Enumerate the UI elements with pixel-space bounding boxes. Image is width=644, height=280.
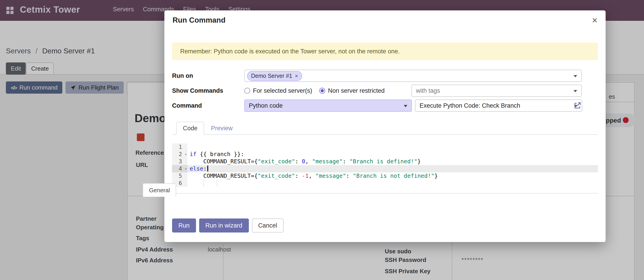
editor-line-4[interactable]: 4▾else: (172, 165, 598, 172)
command-label: Command (172, 102, 244, 109)
modal-title: Run Command (172, 16, 226, 25)
tab-preview[interactable]: Preview (204, 122, 240, 135)
screen: Cetmix Tower Servers Commands Files Tool… (0, 0, 644, 280)
run-on-select[interactable]: Demo Server #1 × (244, 70, 582, 82)
chevron-down-icon[interactable] (404, 105, 407, 107)
row-run-on: Run on Demo Server #1 × (172, 70, 598, 82)
text-cursor (207, 166, 208, 172)
editor-code-cell[interactable] (188, 180, 598, 187)
editor-code-cell[interactable]: COMMAND_RESULT={"exit_code": 0, "message… (188, 158, 598, 165)
run-in-wizard-button[interactable]: Run in wizard (199, 218, 249, 232)
modal-footer: Run Run in wizard Cancel (164, 218, 606, 242)
editor-code-cell[interactable]: if {{ branch }}: (188, 151, 598, 158)
code-token: : (203, 165, 206, 172)
tag-remove-icon[interactable]: × (295, 73, 298, 79)
editor-line-number[interactable]: 1 (172, 144, 188, 151)
with-tags-select[interactable]: with tags (412, 85, 582, 97)
editor-line-number[interactable]: 5 (172, 172, 188, 180)
editor-line-number[interactable]: 4▾ (172, 165, 188, 172)
editor-line-3[interactable]: 3 COMMAND_RESULT={"exit_code": 0, "messa… (172, 158, 598, 165)
row-command: Command Python code Execute Python Code:… (172, 99, 598, 112)
code-token: , (309, 172, 316, 179)
code-token: COMMAND_RESULT={ (190, 158, 258, 165)
code-token: "Branch is defined!" (350, 158, 418, 165)
radio-non-server-restricted-label[interactable]: Non server restricted (328, 87, 385, 94)
code-token: : (342, 158, 349, 165)
run-on-label: Run on (172, 72, 244, 79)
editor-line-number[interactable]: 2▾ (172, 151, 188, 158)
code-token: "exit_code" (258, 172, 295, 179)
editor-code-cell[interactable]: COMMAND_RESULT={"exit_code": -1, "messag… (188, 172, 598, 180)
command-type-value: Python code (249, 102, 283, 109)
code-token: "message" (316, 172, 346, 179)
chevron-down-icon[interactable] (574, 90, 577, 92)
with-tags-placeholder: with tags (416, 87, 440, 94)
code-editor[interactable]: 12▾if {{ branch }}:3 COMMAND_RESULT={"ex… (172, 144, 598, 187)
editor-line-number[interactable]: 3 (172, 158, 188, 165)
modal-header: Run Command × (164, 11, 606, 30)
editor-line-1[interactable]: 1 (172, 144, 598, 151)
code-token: else (190, 165, 203, 172)
cancel-button[interactable]: Cancel (252, 218, 284, 232)
show-commands-label: Show Commands (172, 87, 244, 94)
code-token: if (190, 151, 196, 158)
modal-body: Remember: Python code is executed on the… (164, 43, 606, 194)
code-token: : (295, 158, 302, 165)
run-command-form: Run on Demo Server #1 × Show Commands (172, 70, 598, 112)
content-divider (172, 193, 598, 194)
code-token: : (295, 172, 302, 179)
code-token: {{ branch }}: (196, 151, 244, 158)
tab-general[interactable]: General (143, 183, 176, 197)
indent-guide (217, 180, 217, 187)
editor-tabs: Code Preview (172, 122, 598, 135)
command-type-select[interactable]: Python code (244, 99, 412, 112)
command-value: Execute Python Code: Check Branch (420, 102, 520, 109)
radio-non-server-restricted[interactable] (320, 88, 326, 94)
external-link-icon[interactable] (574, 102, 581, 109)
row-show-commands: Show Commands For selected server(s) Non… (172, 85, 598, 97)
code-token: "exit_code" (258, 158, 295, 165)
editor-code-cell[interactable]: else: (188, 165, 598, 172)
server-tag-chip[interactable]: Demo Server #1 × (247, 71, 302, 81)
chevron-down-icon[interactable] (574, 75, 577, 77)
editor-line-5[interactable]: 5 COMMAND_RESULT={"exit_code": -1, "mess… (172, 172, 598, 180)
indent-guide (203, 180, 204, 187)
warning-banner: Remember: Python code is executed on the… (172, 43, 598, 60)
code-token: : (346, 172, 353, 179)
run-command-modal: Run Command × Remember: Python code is e… (164, 11, 606, 242)
fold-caret-icon[interactable]: ▾ (185, 166, 187, 173)
radio-for-selected-servers[interactable] (244, 88, 250, 94)
editor-line-2[interactable]: 2▾if {{ branch }}: (172, 151, 598, 158)
code-token: } (418, 158, 421, 165)
tab-code[interactable]: Code (176, 122, 204, 135)
run-button[interactable]: Run (172, 218, 196, 232)
fold-caret-icon[interactable]: ▾ (185, 151, 187, 158)
close-icon[interactable]: × (592, 15, 598, 25)
code-token: 0 (302, 158, 305, 165)
command-select[interactable]: Execute Python Code: Check Branch (415, 99, 582, 112)
radio-for-selected-servers-label[interactable]: For selected server(s) (253, 87, 312, 94)
code-token: "message" (312, 158, 342, 165)
code-token: , (305, 158, 312, 165)
code-token: } (434, 172, 438, 179)
editor-line-6[interactable]: 6 (172, 180, 598, 187)
editor-code-cell[interactable] (188, 144, 598, 151)
code-token: "Branch is not defined!" (353, 172, 434, 179)
code-token: -1 (302, 172, 309, 179)
code-token: COMMAND_RESULT={ (190, 172, 258, 179)
server-tag-label: Demo Server #1 (251, 73, 292, 79)
